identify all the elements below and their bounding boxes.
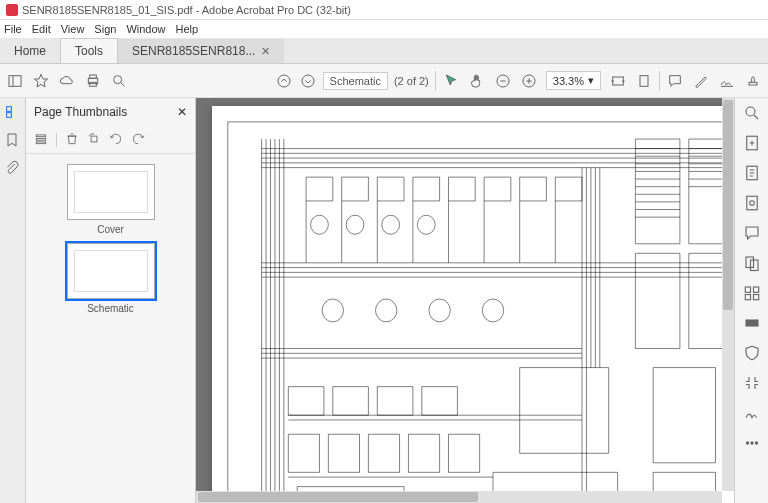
- right-tools-bar: [734, 98, 768, 503]
- svg-point-109: [746, 107, 755, 116]
- thumbnail-label: Schematic: [87, 303, 134, 314]
- export-tool-icon[interactable]: [743, 134, 761, 154]
- create-tool-icon[interactable]: [743, 194, 761, 214]
- svg-rect-15: [640, 75, 648, 86]
- sign-icon[interactable]: [718, 72, 736, 90]
- search-icon[interactable]: [110, 72, 128, 90]
- thumbnail-label: Cover: [97, 224, 124, 235]
- highlight-icon[interactable]: [692, 72, 710, 90]
- svg-point-114: [749, 201, 754, 206]
- svg-rect-91: [520, 368, 609, 454]
- fit-page-icon[interactable]: [635, 72, 653, 90]
- svg-rect-81: [288, 387, 324, 416]
- zoom-in-icon[interactable]: [520, 72, 538, 90]
- cloud-icon[interactable]: [58, 72, 76, 90]
- pdf-icon: [6, 4, 18, 16]
- svg-point-55: [322, 299, 343, 322]
- edit-tool-icon[interactable]: [743, 164, 761, 184]
- svg-rect-47: [449, 177, 476, 201]
- svg-rect-49: [520, 177, 547, 201]
- svg-point-124: [755, 442, 757, 444]
- thumbnail-schematic[interactable]: Schematic: [63, 243, 159, 314]
- thumbnail-cover[interactable]: Cover: [63, 164, 159, 235]
- thumbnails-title: Page Thumbnails: [34, 105, 127, 119]
- tab-tools[interactable]: Tools: [60, 38, 118, 63]
- svg-rect-22: [36, 141, 45, 143]
- undo-icon[interactable]: [109, 132, 123, 148]
- zoom-out-icon[interactable]: [494, 72, 512, 90]
- stamp-icon[interactable]: [744, 72, 762, 90]
- menu-window[interactable]: Window: [126, 23, 165, 35]
- svg-point-51: [311, 215, 329, 234]
- svg-rect-85: [288, 434, 319, 472]
- attachment-tab-icon[interactable]: [4, 160, 22, 178]
- scrollbar-thumb[interactable]: [723, 100, 733, 310]
- close-icon[interactable]: ✕: [177, 105, 187, 119]
- svg-rect-116: [750, 260, 758, 271]
- thumbnail-image: [67, 164, 155, 220]
- svg-rect-82: [333, 387, 369, 416]
- svg-rect-19: [6, 113, 11, 118]
- menu-file[interactable]: File: [4, 23, 22, 35]
- menu-edit[interactable]: Edit: [32, 23, 51, 35]
- comment-tool-icon[interactable]: [743, 224, 761, 244]
- left-nav-bar: [0, 98, 26, 503]
- horizontal-scrollbar[interactable]: [196, 491, 722, 503]
- pointer-icon[interactable]: [442, 72, 460, 90]
- redo-icon[interactable]: [131, 132, 145, 148]
- svg-line-6: [121, 83, 124, 86]
- svg-rect-121: [746, 320, 758, 326]
- document-viewer[interactable]: [196, 98, 734, 503]
- rotate-icon[interactable]: [87, 132, 101, 148]
- svg-point-54: [417, 215, 435, 234]
- redact-tool-icon[interactable]: [743, 314, 761, 334]
- page-down-icon[interactable]: [299, 72, 317, 90]
- page-up-icon[interactable]: [275, 72, 293, 90]
- svg-point-7: [278, 75, 290, 87]
- hand-icon[interactable]: [468, 72, 486, 90]
- thumbnails-tab-icon[interactable]: [4, 104, 22, 122]
- thumbnail-image: [67, 243, 155, 299]
- svg-rect-14: [613, 77, 624, 85]
- close-icon[interactable]: ✕: [261, 45, 270, 58]
- organize-tool-icon[interactable]: [743, 284, 761, 304]
- svg-point-53: [382, 215, 400, 234]
- delete-icon[interactable]: [65, 132, 79, 148]
- print-icon[interactable]: [84, 72, 102, 90]
- vertical-scrollbar[interactable]: [722, 98, 734, 491]
- compress-tool-icon[interactable]: [743, 374, 761, 394]
- comment-icon[interactable]: [666, 72, 684, 90]
- svg-rect-119: [745, 295, 750, 300]
- star-icon[interactable]: [32, 72, 50, 90]
- svg-point-8: [302, 75, 314, 87]
- svg-rect-87: [368, 434, 399, 472]
- tab-document[interactable]: SENR8185SENR818... ✕: [118, 39, 284, 63]
- svg-rect-84: [422, 387, 458, 416]
- thumbnails-panel: Page Thumbnails ✕ Cover Schematic: [26, 98, 196, 503]
- menu-view[interactable]: View: [61, 23, 85, 35]
- menu-help[interactable]: Help: [176, 23, 199, 35]
- schematic-diagram: [226, 120, 734, 503]
- scrollbar-thumb[interactable]: [198, 492, 478, 502]
- svg-rect-46: [413, 177, 440, 201]
- fit-width-icon[interactable]: [609, 72, 627, 90]
- bookmark-tab-icon[interactable]: [4, 132, 22, 150]
- svg-rect-113: [746, 196, 757, 210]
- svg-rect-20: [36, 134, 45, 136]
- sidebar-toggle-icon[interactable]: [6, 72, 24, 90]
- protect-tool-icon[interactable]: [743, 344, 761, 364]
- tab-home[interactable]: Home: [0, 39, 60, 63]
- svg-rect-3: [90, 75, 97, 78]
- options-icon[interactable]: [34, 132, 48, 148]
- svg-rect-89: [449, 434, 480, 472]
- svg-rect-17: [749, 82, 757, 85]
- more-tools-icon[interactable]: [743, 434, 761, 454]
- zoom-value[interactable]: 33.3%▾: [546, 71, 601, 90]
- page-label-input[interactable]: Schematic: [323, 72, 388, 90]
- search-tool-icon[interactable]: [743, 104, 761, 124]
- fill-sign-tool-icon[interactable]: [743, 404, 761, 424]
- page-canvas: [212, 106, 734, 503]
- tab-document-label: SENR8185SENR818...: [132, 44, 255, 58]
- menu-sign[interactable]: Sign: [94, 23, 116, 35]
- combine-tool-icon[interactable]: [743, 254, 761, 274]
